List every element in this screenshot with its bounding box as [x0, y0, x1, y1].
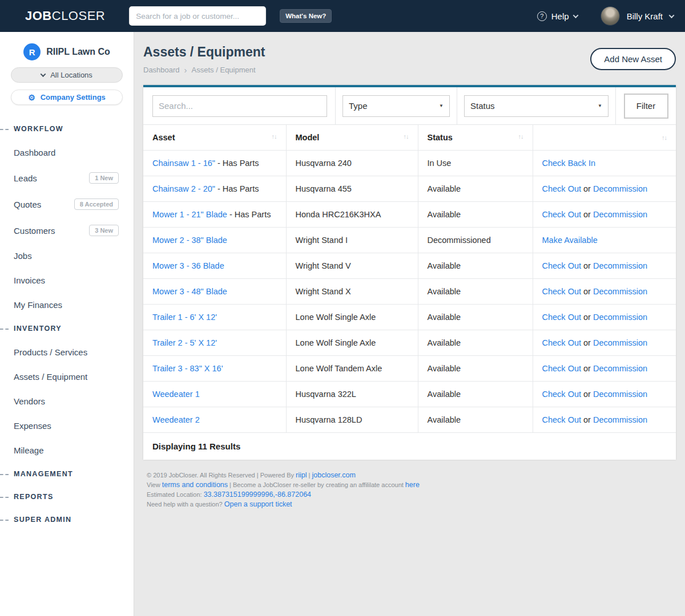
sidebar-item-label: Assets / Equipment: [14, 372, 87, 382]
section-dash-icon: [0, 474, 9, 475]
sidebar-section-label: REPORTS: [14, 493, 54, 501]
action-link-decommission[interactable]: Decommission: [593, 184, 647, 193]
sidebar-item-leads[interactable]: Leads1 New: [0, 165, 134, 191]
footer-link-terms-and-conditions[interactable]: terms and conditions: [162, 481, 228, 489]
add-new-asset-button[interactable]: Add New Asset: [590, 48, 676, 70]
asset-suffix: - Has Parts: [215, 184, 259, 193]
user-menu[interactable]: Billy Kraft: [601, 6, 674, 26]
section-dash-icon: [0, 329, 9, 330]
asset-link[interactable]: Mower 3 - 36 Blade: [152, 261, 224, 270]
action-link-decommission[interactable]: Decommission: [593, 313, 647, 322]
section-dash-icon: [0, 520, 9, 521]
sidebar-item-vendors[interactable]: Vendors: [0, 389, 134, 414]
sort-icon[interactable]: ↑↓: [272, 133, 277, 140]
sidebar-item-invoices[interactable]: Invoices: [0, 268, 134, 293]
results-summary: Displaying 11 Results: [143, 433, 676, 460]
footer-line: © 2019 JobCloser. All Rights Reserved | …: [147, 471, 676, 480]
all-locations-dropdown[interactable]: All Locations: [11, 67, 123, 83]
action-link-check-out[interactable]: Check Out: [542, 261, 582, 270]
sidebar-item-label: Customers: [14, 226, 55, 236]
action-link-check-out[interactable]: Check Out: [542, 415, 582, 424]
breadcrumb-separator-icon: ›: [184, 65, 187, 75]
sidebar-item-my-finances[interactable]: My Finances: [0, 293, 134, 317]
action-link-make-available[interactable]: Make Available: [542, 236, 598, 245]
action-link-check-back-in[interactable]: Check Back In: [542, 159, 596, 168]
asset-link[interactable]: Mower 3 - 48" Blade: [152, 287, 227, 296]
action-link-decommission[interactable]: Decommission: [593, 210, 647, 219]
status-select[interactable]: Status ▼: [464, 95, 609, 117]
footer-link-open-a-support-ticket[interactable]: Open a support ticket: [224, 500, 292, 508]
asset-cell: Trailer 1 - 6' X 12': [143, 305, 286, 330]
asset-link[interactable]: Mower 1 - 21" Blade: [152, 210, 227, 219]
company-name: RIIPL Lawn Co: [46, 47, 110, 57]
asset-link[interactable]: Mower 2 - 38" Blade: [152, 236, 227, 245]
sort-icon[interactable]: ↑↓: [404, 133, 409, 140]
sidebar-item-products-services[interactable]: Products / Services: [0, 340, 134, 364]
sort-icon[interactable]: ↑↓: [662, 134, 667, 141]
column-header-model[interactable]: Model↑↓: [286, 125, 418, 151]
asset-link[interactable]: Trailer 1 - 6' X 12': [152, 313, 217, 322]
sidebar-item-dashboard[interactable]: Dashboard: [0, 140, 134, 165]
action-link-check-out[interactable]: Check Out: [542, 313, 582, 322]
sidebar-section-label: WORKFLOW: [14, 125, 63, 133]
user-name: Billy Kraft: [627, 11, 663, 21]
column-header-asset[interactable]: Asset↑↓: [143, 125, 286, 151]
sidebar-item-mileage[interactable]: Mileage: [0, 438, 134, 463]
assets-table: Asset↑↓Model↑↓Status↑↓↑↓ Chainsaw 1 - 16…: [143, 125, 676, 433]
action-link-decommission[interactable]: Decommission: [593, 287, 647, 296]
footer-link-jobcloser-com[interactable]: jobcloser.com: [312, 471, 355, 479]
action-link-check-out[interactable]: Check Out: [542, 184, 582, 193]
asset-link[interactable]: Weedeater 1: [152, 390, 200, 399]
navbar-right: ? Help Billy Kraft: [537, 6, 674, 26]
breadcrumb: Dashboard›Assets / Equipment: [143, 65, 265, 75]
status-cell: Available: [418, 176, 533, 202]
asset-cell: Mower 1 - 21" Blade - Has Parts: [143, 202, 286, 228]
sidebar-item-jobs[interactable]: Jobs: [0, 244, 134, 268]
action-link-check-out[interactable]: Check Out: [542, 338, 582, 347]
sidebar-section-management: MANAGEMENT: [0, 463, 134, 485]
table-search-input[interactable]: [152, 95, 327, 117]
whats-new-button[interactable]: What's New?: [280, 9, 332, 23]
model-cell: Honda HRC216K3HXA: [286, 202, 418, 228]
type-select[interactable]: Type ▼: [342, 95, 450, 117]
asset-link[interactable]: Trailer 2 - 5' X 12': [152, 338, 217, 347]
action-link-decommission[interactable]: Decommission: [593, 390, 647, 399]
column-header-actions[interactable]: ↑↓: [533, 125, 676, 151]
action-link-decommission[interactable]: Decommission: [593, 261, 647, 270]
help-menu[interactable]: ? Help: [537, 11, 578, 21]
sidebar-item-label: Leads: [14, 173, 37, 183]
sidebar-item-expenses[interactable]: Expenses: [0, 414, 134, 438]
action-link-decommission[interactable]: Decommission: [593, 364, 647, 373]
breadcrumb-item-dashboard[interactable]: Dashboard: [143, 66, 180, 74]
user-avatar: [601, 6, 620, 26]
filter-button[interactable]: Filter: [624, 94, 668, 119]
actions-cell: Check Out or Decommission: [533, 279, 676, 305]
model-cell: Husqvarna 322L: [286, 382, 418, 407]
action-link-decommission[interactable]: Decommission: [593, 338, 647, 347]
sidebar-item-quotes[interactable]: Quotes8 Accepted: [0, 191, 134, 217]
column-header-status[interactable]: Status↑↓: [418, 125, 533, 151]
asset-link[interactable]: Weedeater 2: [152, 415, 200, 424]
sort-icon[interactable]: ↑↓: [518, 133, 523, 140]
footer-link-riipl[interactable]: riipl: [296, 471, 307, 479]
action-link-check-out[interactable]: Check Out: [542, 390, 582, 399]
action-separator: or: [581, 390, 593, 399]
global-search-input[interactable]: [129, 6, 266, 26]
table-row: Mower 3 - 48" BladeWright Stand XAvailab…: [143, 279, 676, 305]
action-link-check-out[interactable]: Check Out: [542, 364, 582, 373]
footer-link-here[interactable]: here: [405, 481, 420, 489]
app-logo[interactable]: JOBCLOSER: [25, 9, 105, 23]
action-link-check-out[interactable]: Check Out: [542, 287, 582, 296]
footer-link-33-387315199999996-86-872064[interactable]: 33.387315199999996,-86.872064: [204, 491, 311, 499]
sidebar-item-assets-equipment[interactable]: Assets / Equipment: [0, 364, 134, 389]
sidebar-item-customers[interactable]: Customers3 New: [0, 217, 134, 244]
asset-link[interactable]: Chainsaw 1 - 16": [152, 159, 215, 168]
action-link-check-out[interactable]: Check Out: [542, 210, 582, 219]
company-settings-button[interactable]: ⚙ Company Settings: [11, 90, 123, 105]
asset-link[interactable]: Trailer 3 - 83" X 16': [152, 364, 223, 373]
asset-link[interactable]: Chainsaw 2 - 20": [152, 184, 215, 193]
actions-cell: Check Out or Decommission: [533, 407, 676, 433]
breadcrumb-item-assets-equipment: Assets / Equipment: [192, 66, 256, 74]
action-link-decommission[interactable]: Decommission: [593, 415, 647, 424]
footer-text: Estimated Location:: [147, 491, 204, 498]
